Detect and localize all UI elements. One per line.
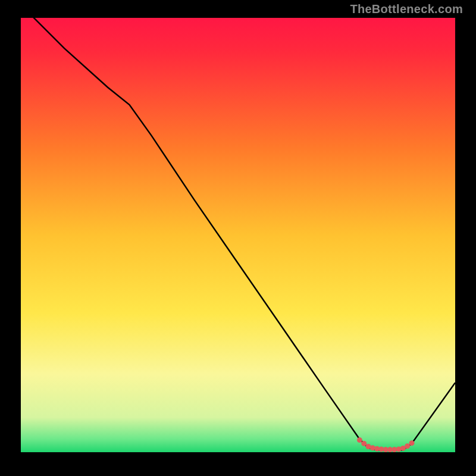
marker-dot [405, 443, 410, 449]
marker-dot [409, 440, 415, 446]
chart-container: TheBottleneck.com [0, 0, 476, 476]
plot-area [21, 18, 455, 452]
watermark-text: TheBottleneck.com [350, 2, 463, 16]
marker-dot [361, 441, 367, 446]
bottleneck-chart [21, 18, 455, 452]
marker-dot [357, 437, 362, 443]
gradient-background [21, 18, 455, 452]
